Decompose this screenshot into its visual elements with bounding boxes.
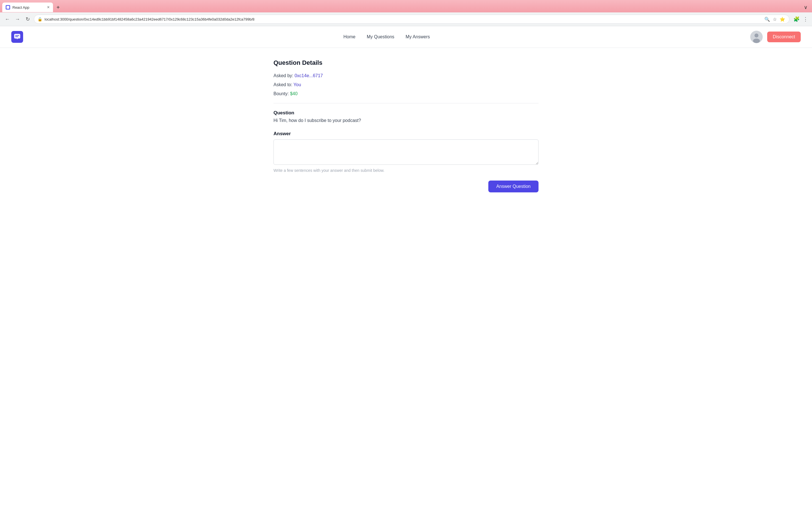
logo[interactable] [11,31,23,43]
new-tab-button[interactable]: + [54,3,62,11]
back-button[interactable]: ← [3,15,11,23]
url-text: localhost:3000/question/0xc14ed9c1bb91bf… [45,17,759,21]
asked-to-row: Asked to: You [273,82,539,87]
url-bar[interactable]: 🔒 localhost:3000/question/0xc14ed9c1bb91… [34,15,790,24]
bounty-row: Bounty: $40 [273,91,539,96]
nav-links: Home My Questions My Answers [343,34,430,40]
divider [273,103,539,103]
main-content: Question Details Asked by: 0xc14e...6717… [251,48,561,204]
answer-hint: Write a few sentences with your answer a… [273,168,539,173]
answer-label: Answer [273,131,539,136]
lock-icon: 🔒 [38,17,42,21]
star-icon[interactable]: ⭐ [779,16,786,22]
svg-rect-0 [14,34,20,38]
menu-icon[interactable]: ⋮ [802,15,809,23]
answer-question-button[interactable]: Answer Question [488,180,539,192]
asked-by-value[interactable]: 0xc14e...6717 [295,73,323,78]
disconnect-button[interactable]: Disconnect [767,32,801,42]
reload-button[interactable]: ↻ [24,15,32,23]
page-title: Question Details [273,59,539,66]
bookmark-icon[interactable]: ☆ [772,16,777,22]
address-bar: ← → ↻ 🔒 localhost:3000/question/0xc14ed9… [0,12,812,26]
tab-bar: React App × + ∨ [0,0,812,12]
nav-my-questions[interactable]: My Questions [367,34,395,40]
bounty-label: Bounty: [273,91,289,96]
tab-close-button[interactable]: × [47,5,50,10]
asked-to-value: You [294,82,301,87]
browser-chrome: React App × + ∨ ← → ↻ 🔒 localhost:3000/q… [0,0,812,26]
active-tab[interactable]: React App × [2,3,53,12]
asked-by-label: Asked by: [273,73,293,78]
bounty-value: $40 [290,91,298,96]
asked-by-row: Asked by: 0xc14e...6717 [273,73,539,78]
extensions-icon[interactable]: 🧩 [793,15,800,23]
logo-icon [11,31,23,43]
question-label: Question [273,110,539,116]
url-action-icons: 🔍 ☆ ⭐ [764,16,786,22]
nav-right: Disconnect [750,31,801,43]
search-icon[interactable]: 🔍 [764,16,770,22]
answer-textarea[interactable] [273,139,539,165]
tab-title: React App [12,5,45,10]
svg-point-6 [753,39,760,43]
nav-home[interactable]: Home [343,34,356,40]
forward-button[interactable]: → [13,15,21,23]
navbar: Home My Questions My Answers Disconnect [0,26,812,48]
app: Home My Questions My Answers Disconnect … [0,26,812,507]
svg-rect-3 [15,36,18,37]
svg-point-5 [755,34,758,38]
tab-favicon [6,5,10,10]
question-text: Hi Tim, how do I subscribe to your podca… [273,118,539,123]
user-avatar [750,31,763,43]
svg-rect-2 [15,35,19,36]
submit-row: Answer Question [273,180,539,192]
asked-to-label: Asked to: [273,82,292,87]
browser-dropdown-button[interactable]: ∨ [804,4,810,10]
nav-my-answers[interactable]: My Answers [406,34,430,40]
